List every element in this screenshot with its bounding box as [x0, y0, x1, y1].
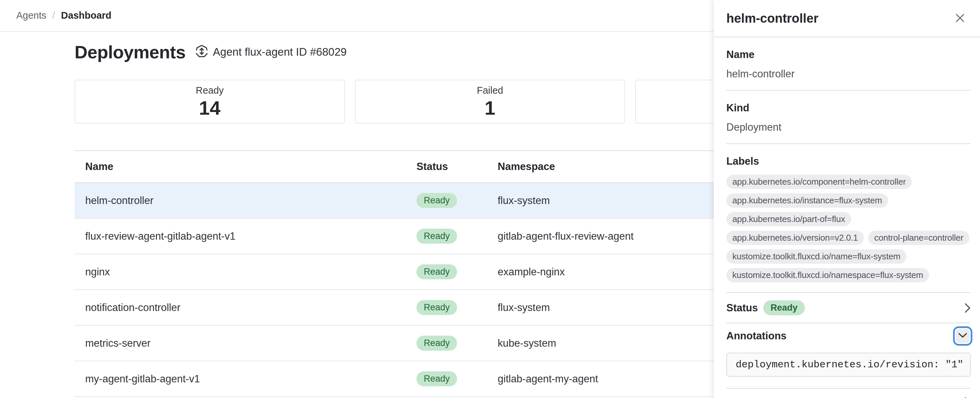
label-chip: control-plane=controller — [868, 231, 969, 245]
drawer-header: helm-controller — [714, 0, 980, 37]
status-badge: Ready — [417, 229, 457, 244]
cell-status: Ready — [417, 264, 498, 279]
status-badge: Ready — [417, 336, 457, 351]
agent-info: Agent flux-agent ID #68029 — [194, 44, 347, 60]
breadcrumb-current-dashboard: Dashboard — [61, 10, 111, 21]
cell-status: Ready — [417, 336, 498, 351]
section-labels: Labels app.kubernetes.io/component=helm-… — [726, 144, 971, 293]
cell-status: Ready — [417, 229, 498, 244]
stat-card-value: 14 — [199, 98, 221, 118]
section-value: helm-controller — [726, 68, 971, 80]
label-chip: app.kubernetes.io/component=helm-control… — [726, 175, 912, 189]
status-badge: Ready — [417, 300, 457, 315]
cell-name: my-agent-gitlab-agent-v1 — [75, 373, 417, 385]
section-heading: Annotations — [726, 330, 787, 342]
status-badge: Ready — [417, 193, 457, 208]
breadcrumb-link-agents[interactable]: Agents — [16, 10, 46, 21]
stat-card-ready: Ready 14 — [75, 80, 345, 124]
status-badge: Ready — [417, 371, 457, 386]
annotations-collapse-button[interactable] — [955, 328, 971, 344]
chevron-right-icon — [965, 303, 971, 313]
section-annotations: Annotations deployment.kubernetes.io/rev… — [726, 323, 971, 388]
annotations-code-block: deployment.kubernetes.io/revision: "1" — [726, 353, 971, 377]
status-badge: Ready — [763, 300, 805, 315]
label-chip: app.kubernetes.io/part-of=flux — [726, 212, 851, 226]
section-kind: Kind Deployment — [726, 91, 971, 144]
drawer-body: Name helm-controller Kind Deployment Lab… — [714, 37, 980, 398]
section-status-toggle[interactable]: Status Ready — [726, 293, 971, 323]
stat-card-failed: Failed 1 — [355, 80, 625, 124]
label-chip: app.kubernetes.io/version=v2.0.1 — [726, 231, 864, 245]
section-heading: Status — [726, 302, 758, 314]
cell-status: Ready — [417, 371, 498, 386]
cell-name: notification-controller — [75, 302, 417, 314]
cell-name: flux-review-agent-gitlab-agent-v1 — [75, 230, 417, 242]
close-icon — [955, 12, 966, 25]
label-chip: kustomize.toolkit.fluxcd.io/namespace=fl… — [726, 268, 929, 282]
chevron-down-icon — [958, 333, 967, 339]
label-chip: app.kubernetes.io/instance=flux-system — [726, 193, 888, 208]
stat-card-label: Failed — [477, 85, 503, 96]
cell-status: Ready — [417, 193, 498, 208]
cell-name: helm-controller — [75, 195, 417, 207]
status-badge: Ready — [417, 264, 457, 279]
section-name: Name helm-controller — [726, 37, 971, 91]
label-chips: app.kubernetes.io/component=helm-control… — [726, 175, 971, 282]
section-heading: Labels — [726, 155, 971, 167]
drawer-title: helm-controller — [726, 11, 819, 26]
stat-card-value: 1 — [485, 98, 495, 118]
column-header-name: Name — [75, 161, 417, 173]
column-header-status: Status — [417, 161, 498, 173]
cell-status: Ready — [417, 300, 498, 315]
stat-card-label: Ready — [196, 85, 224, 96]
section-value: Deployment — [726, 121, 971, 133]
cell-name: metrics-server — [75, 337, 417, 349]
section-spec-toggle[interactable]: Spec — [726, 388, 971, 398]
section-heading: Name — [726, 49, 971, 61]
page-title: Deployments — [75, 42, 186, 62]
label-chip: kustomize.toolkit.fluxcd.io/name=flux-sy… — [726, 249, 907, 264]
cell-name: nginx — [75, 266, 417, 278]
breadcrumb-separator: / — [52, 10, 55, 21]
section-heading: Kind — [726, 102, 971, 114]
kubernetes-agent-icon — [194, 44, 209, 60]
section-heading: Spec — [726, 396, 751, 398]
close-button[interactable] — [951, 9, 969, 28]
agent-info-label: Agent flux-agent ID #68029 — [213, 46, 347, 58]
details-drawer: helm-controller Name helm-controller Kin… — [714, 0, 980, 398]
